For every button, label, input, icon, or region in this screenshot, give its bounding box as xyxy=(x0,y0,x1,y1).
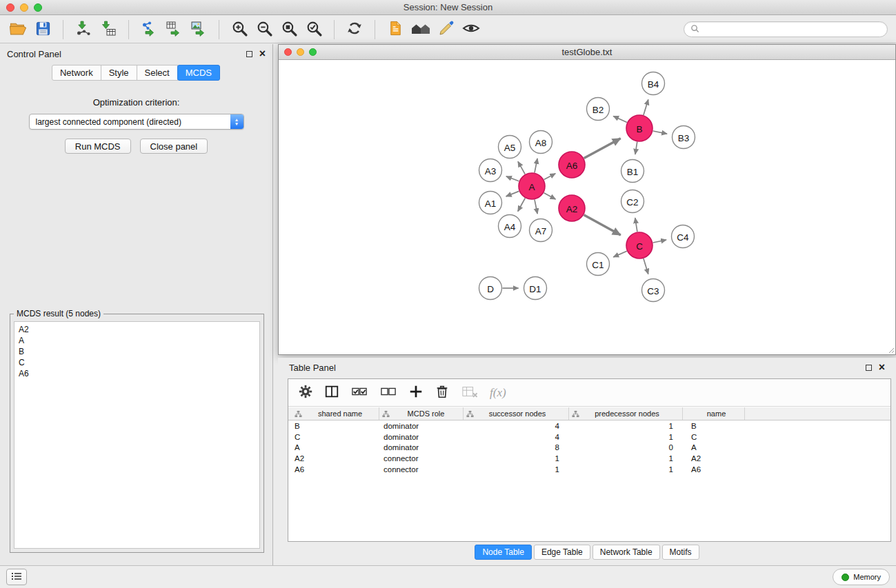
table-row[interactable]: A2connector11A2 xyxy=(288,453,890,464)
network-minimize-button[interactable] xyxy=(297,48,304,56)
mcds-result-item[interactable]: A xyxy=(19,335,255,346)
graph-node-D[interactable]: D xyxy=(479,277,502,300)
select-all-button[interactable] xyxy=(350,384,368,401)
zoom-selected-button[interactable] xyxy=(303,19,325,41)
deselect-all-button[interactable] xyxy=(379,384,397,401)
table-row[interactable]: Cdominator41C xyxy=(288,432,890,443)
table-cell[interactable]: dominator xyxy=(379,433,464,441)
table-cell[interactable]: 0 xyxy=(569,443,683,452)
mcds-result-item[interactable]: A2 xyxy=(19,324,255,335)
zoom-window-button[interactable] xyxy=(34,3,42,12)
network-zoom-button[interactable] xyxy=(309,48,317,56)
refresh-view-button[interactable] xyxy=(344,19,366,41)
table-row[interactable]: A6connector11A6 xyxy=(288,464,890,475)
delete-column-button[interactable] xyxy=(435,384,450,401)
table-cell[interactable]: dominator xyxy=(379,422,464,430)
graph-edge-B-B4[interactable] xyxy=(644,99,648,115)
float-panel-icon[interactable] xyxy=(866,365,872,371)
optimization-criterion-select[interactable]: largest connected component (directed) ▲… xyxy=(29,114,244,130)
run-mcds-button[interactable]: Run MCDS xyxy=(65,139,131,154)
reset-views-button[interactable] xyxy=(409,19,432,41)
column-header-shared-name[interactable]: shared name xyxy=(288,407,379,420)
graph-edge-A-A5[interactable] xyxy=(518,161,525,174)
graph-edge-A-A2[interactable] xyxy=(544,193,556,199)
graph-node-A1[interactable]: A1 xyxy=(479,192,502,214)
table-cell[interactable]: A2 xyxy=(683,454,745,463)
export-network-button[interactable] xyxy=(138,19,160,41)
table-cell[interactable]: dominator xyxy=(379,443,464,452)
table-cell[interactable]: 1 xyxy=(464,465,569,474)
table-row[interactable]: Adominator80A xyxy=(288,443,890,454)
tab-select[interactable]: Select xyxy=(137,65,178,81)
mcds-result-item[interactable]: A6 xyxy=(19,368,255,379)
graph-edge-B-B3[interactable] xyxy=(653,131,667,134)
graph-edge-A6-B[interactable] xyxy=(584,139,621,159)
minimize-window-button[interactable] xyxy=(20,3,28,12)
graph-node-A8[interactable]: A8 xyxy=(530,131,552,154)
close-panel-icon[interactable]: × xyxy=(259,50,266,57)
table-cell[interactable]: 1 xyxy=(569,433,683,441)
close-window-button[interactable] xyxy=(6,3,14,12)
tab-motifs[interactable]: Motifs xyxy=(662,545,699,560)
network-close-button[interactable] xyxy=(284,48,292,56)
table-row[interactable]: Bdominator41B xyxy=(288,420,890,432)
table-cell[interactable]: 1 xyxy=(569,422,683,430)
table-cell[interactable]: A xyxy=(288,443,379,452)
graph-edge-A-A3[interactable] xyxy=(506,176,519,181)
graph-node-C3[interactable]: C3 xyxy=(642,279,665,302)
search-input[interactable] xyxy=(703,25,881,34)
graph-node-D1[interactable]: D1 xyxy=(524,277,547,300)
table-cell[interactable]: connector xyxy=(379,465,464,474)
table-cell[interactable]: C xyxy=(683,433,745,441)
zoom-fit-button[interactable] xyxy=(278,19,300,41)
memory-button[interactable]: Memory xyxy=(833,569,890,585)
graph-node-A5[interactable]: A5 xyxy=(499,136,521,159)
mcds-result-item[interactable]: C xyxy=(19,357,255,368)
graph-node-B[interactable]: B xyxy=(626,115,653,141)
tab-style[interactable]: Style xyxy=(101,65,137,81)
graph-edge-A2-C[interactable] xyxy=(584,215,621,235)
table-cell[interactable]: C xyxy=(288,433,379,441)
save-session-button[interactable] xyxy=(32,19,54,41)
table-cell[interactable]: B xyxy=(288,422,379,430)
graph-node-A[interactable]: A xyxy=(519,173,545,199)
delete-table-button[interactable] xyxy=(461,384,479,401)
show-graphics-details-button[interactable] xyxy=(460,19,482,41)
table-cell[interactable]: 8 xyxy=(464,443,569,452)
graph-node-B3[interactable]: B3 xyxy=(673,126,695,149)
table-cell[interactable]: 4 xyxy=(464,422,569,430)
graph-edge-C-C1[interactable] xyxy=(613,251,627,257)
column-header-predecessor-nodes[interactable]: predecessor nodes xyxy=(569,407,683,420)
graph-edge-C-C2[interactable] xyxy=(635,218,637,232)
graph-node-C1[interactable]: C1 xyxy=(587,253,610,276)
graph-node-A4[interactable]: A4 xyxy=(499,215,521,238)
graph-edge-B-B1[interactable] xyxy=(635,142,637,154)
graph-node-C4[interactable]: C4 xyxy=(672,225,695,248)
network-canvas[interactable]: B4B2BB3A5A8A6A3B1AA1C2A2A4A7CC4C1C3DD1 xyxy=(279,61,895,354)
show-columns-button[interactable] xyxy=(324,384,339,401)
close-panel-button[interactable]: Close panel xyxy=(140,139,208,154)
graph-node-C[interactable]: C xyxy=(626,232,653,258)
tab-mcds[interactable]: MCDS xyxy=(177,65,220,81)
graph-edge-C-C3[interactable] xyxy=(644,258,648,274)
tab-network-table[interactable]: Network Table xyxy=(593,545,660,560)
table-cell[interactable]: 1 xyxy=(569,454,683,463)
table-cell[interactable]: B xyxy=(683,422,745,430)
export-table-button[interactable] xyxy=(163,19,185,41)
graph-node-B1[interactable]: B1 xyxy=(621,160,644,183)
graph-edge-A-A8[interactable] xyxy=(535,159,537,172)
graph-node-A2[interactable]: A2 xyxy=(559,195,585,221)
table-cell[interactable]: connector xyxy=(379,454,464,463)
column-header-mcds-role[interactable]: MCDS role xyxy=(379,407,464,420)
import-network-button[interactable] xyxy=(72,19,94,41)
tab-edge-table[interactable]: Edge Table xyxy=(534,545,590,560)
table-cell[interactable]: 4 xyxy=(464,433,569,441)
graph-node-B2[interactable]: B2 xyxy=(587,98,610,121)
graph-node-B4[interactable]: B4 xyxy=(642,72,665,95)
graph-edge-C-C4[interactable] xyxy=(653,240,666,243)
graph-edge-A-A1[interactable] xyxy=(506,191,519,196)
graph-node-A3[interactable]: A3 xyxy=(479,159,502,182)
column-header-successor-nodes[interactable]: successor nodes xyxy=(464,407,569,420)
table-cell[interactable]: 1 xyxy=(569,465,683,474)
open-file-button[interactable] xyxy=(7,19,29,41)
